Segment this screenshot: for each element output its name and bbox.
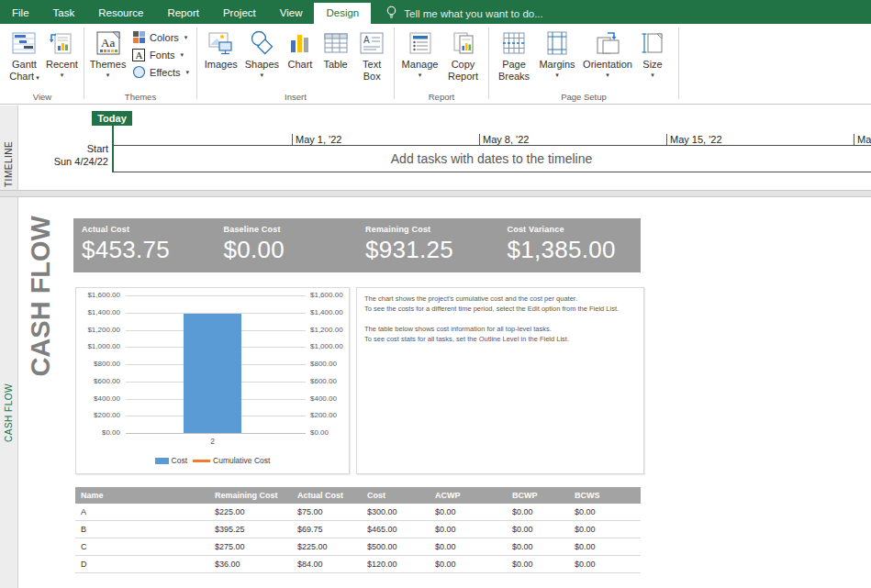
y-axis-label-right: $1,200.00 [310,326,352,335]
start-label: Start [28,142,108,155]
manage-icon [405,28,436,58]
table-cell: $0.00 [569,504,641,520]
table-cell: $0.00 [569,521,641,538]
size-button[interactable]: Size ▾ [636,26,669,79]
y-axis-label-right: $1,400.00 [310,308,352,317]
y-axis-label-right: $600.00 [310,377,352,386]
text-box-button[interactable]: A Text Box [353,26,390,83]
cost-chart[interactable]: $0.00$0.00$200.00$200.00$400.00$400.00$6… [75,287,350,474]
cost-table-header: NameRemaining CostActual CostCostACWPBCW… [75,487,641,504]
table-cell: $465.00 [362,521,430,538]
table-cell: $275.00 [209,538,292,555]
images-button[interactable]: Images [201,26,241,71]
manage-button[interactable]: Manage ▾ [398,26,441,79]
y-axis-label-left: $1,600.00 [76,291,120,300]
metric-actual-cost: Actual Cost $453.75 [73,218,216,272]
timeline-band[interactable]: Add tasks with dates to the timeline [112,146,871,171]
tell-me-box[interactable]: Tell me what you want to do... [385,3,543,24]
ribbon: Gantt Chart▾ Recent ▾ View Aa Themes ▾ [0,24,871,105]
recent-label: Recent [46,59,78,71]
recent-icon [46,28,77,58]
timeline-date: May 1, '22 [292,134,341,145]
table-header-cell: Remaining Cost [209,487,292,504]
table-cell: $0.00 [507,504,569,520]
start-date: Sun 4/24/22 [28,155,108,168]
copy-report-button[interactable]: Copy Report [441,26,485,83]
dropdown-arrow-icon: ▾ [651,71,654,79]
description-gap [364,314,636,324]
legend-bar-swatch [155,458,169,464]
orientation-button[interactable]: Orientation ▾ [579,26,636,79]
timeline-pane-label: TIMELINE [4,121,14,187]
gantt-chart-button[interactable]: Gantt Chart▾ [5,26,44,83]
chart-button[interactable]: Chart [283,26,318,71]
table-cell: $0.00 [430,521,507,538]
y-axis-label-left: $0.00 [76,428,120,438]
chart-gridline [126,295,306,296]
table-cell: $225.00 [209,504,292,520]
legend-label: Cumulative Cost [213,456,270,465]
metric-remaining-cost: Remaining Cost $931.25 [357,218,499,272]
dropdown-arrow-icon: ▾ [261,71,264,79]
table-cell: $300.00 [362,504,430,520]
dropdown-arrow-icon: ▾ [606,71,609,79]
timeline-start-label: Start Sun 4/24/22 [28,142,108,168]
dropdown-arrow-icon: ▾ [61,71,64,79]
tab-design[interactable]: Design [314,3,371,24]
cost-table[interactable]: NameRemaining CostActual CostCostACWPBCW… [75,487,641,573]
images-icon [206,28,237,58]
fonts-label: Fonts [150,50,175,61]
orientation-label: Orientation [583,59,632,71]
pane-splitter[interactable] [0,190,871,197]
effects-button[interactable]: Effects ▾ [128,63,193,81]
page-breaks-button[interactable]: Page Breaks [493,26,535,83]
shapes-button[interactable]: Shapes ▾ [241,26,284,79]
table-cell: B [75,521,209,538]
shapes-label: Shapes [245,59,279,71]
group-divider [488,28,489,99]
margins-button[interactable]: Margins ▾ [535,26,579,79]
tab-file[interactable]: File [0,3,41,24]
colors-button[interactable]: Colors ▾ [128,28,193,46]
svg-text:Aa: Aa [101,36,115,50]
table-button[interactable]: Table [318,26,354,71]
table-icon [320,28,352,58]
table-cell: $69.75 [292,521,362,538]
size-label: Size [642,59,662,71]
table-cell: $75.00 [292,504,362,520]
dropdown-arrow-icon: ▾ [181,50,184,59]
tab-project[interactable]: Project [211,3,268,24]
ribbon-group-report: Manage ▾ Copy Report Report [396,24,487,104]
y-axis-label-right: $200.00 [310,411,352,420]
tab-task[interactable]: Task [41,3,87,24]
y-axis-label-left: $400.00 [76,394,120,404]
y-axis-label-left: $800.00 [76,360,120,369]
orientation-icon [592,28,623,58]
fonts-button[interactable]: A Fonts ▾ [128,46,193,63]
group-label-themes: Themes [85,92,195,103]
effects-label: Effects [150,67,180,78]
colors-icon [131,30,146,45]
report-pane-label: CASH FLOW [4,376,14,442]
report-description[interactable]: The chart shows the project's cumulative… [356,287,644,474]
y-axis-label-left: $1,000.00 [76,342,120,351]
group-divider [84,28,84,99]
table-cell: A [75,504,209,520]
description-line: To see cost stats for all tasks, set the… [364,334,636,344]
themes-button[interactable]: Aa Themes ▾ [88,26,128,79]
tab-resource[interactable]: Resource [86,3,155,24]
dropdown-arrow-icon: ▾ [555,71,559,79]
fonts-icon: A [131,48,146,62]
table-cell: $84.00 [292,556,362,572]
tab-view[interactable]: View [268,3,315,24]
tell-me-text: Tell me what you want to do... [404,8,543,19]
y-axis-label-left: $600.00 [76,377,120,386]
metric-cost-variance: Cost Variance $1,385.00 [499,218,642,272]
copy-report-label: Copy Report [441,59,485,83]
tab-report[interactable]: Report [155,3,211,24]
cost-chart-canvas: $0.00$0.00$200.00$200.00$400.00$400.00$6… [76,288,349,473]
metrics-band[interactable]: Actual Cost $453.75 Baseline Cost $0.00 … [73,218,641,272]
recent-button[interactable]: Recent ▾ [44,26,80,79]
today-marker: Today [92,111,132,126]
svg-text:A: A [363,35,370,45]
